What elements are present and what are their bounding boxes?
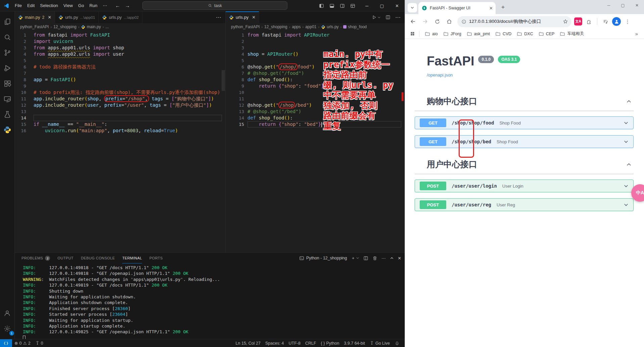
bookmark-star-icon[interactable] [563,19,568,24]
history-forward-icon[interactable]: → [125,3,130,8]
section-header[interactable]: 购物中心接口 [415,96,634,111]
editor-tab-urls.py[interactable]: urls.py✕ [226,11,259,23]
vscode-minimize-button[interactable]: ─ [359,0,374,11]
run-debug-icon[interactable] [0,60,15,76]
openapi-spec-link[interactable]: /openapi.json [427,72,634,78]
menu-item-file[interactable]: File [12,2,25,9]
status-item-crlf[interactable]: CRLF [303,341,319,346]
panel-tab-terminal[interactable]: TERMINAL [122,253,142,263]
extensions-puzzle-icon[interactable] [584,16,594,27]
bookmark-folder-cvd[interactable]: CVD [493,30,514,38]
breadcrumb-item[interactable]: python_FastAPI [20,24,49,29]
command-center-search[interactable]: task [142,1,287,10]
breadcrumb-item[interactable]: shop_food [343,24,367,29]
breadcrumb-item[interactable]: 12_shopping [264,24,287,29]
address-bar[interactable]: 127.0.0.1:8003/docs#/购物中心接口 [457,16,571,27]
endpoint-row[interactable]: GET/shop/shop/foodShop Food [415,116,634,129]
breadcrumb-item[interactable]: app01 [305,24,316,29]
panel-tab-output[interactable]: OUTPUT [57,253,74,263]
editor-tab-urls.py[interactable]: urls.py...\app01 [55,11,99,23]
expand-endpoint-icon[interactable] [624,120,629,126]
status-item-3-9-7-64-bit[interactable]: 3.9.7 64-bit [341,341,367,346]
source-control-icon[interactable] [0,45,15,60]
python-extension-icon[interactable] [0,122,15,138]
breadcrumb-item[interactable]: ... [105,24,109,29]
ports-status[interactable]: 0 [33,339,46,347]
status-item-spaces-4[interactable]: Spaces: 4 [263,341,286,346]
bookmark-folder-cep[interactable]: CEP [536,30,557,38]
tab-close-icon[interactable]: ✕ [489,6,493,11]
bookmarks-overflow-icon[interactable]: » [635,31,641,37]
status-item-go-live[interactable]: Go Live [367,341,392,346]
panel-tab-ports[interactable]: PORTS [149,253,163,263]
tab-close-icon[interactable]: ✕ [252,15,256,20]
endpoint-row[interactable]: GET/shop/shop/bedShop Food [415,135,634,148]
collapse-section-icon[interactable] [626,99,632,104]
bookmark-folder-dxc[interactable]: DXC [514,30,536,38]
editor-urls-py[interactable]: main. py中有prefix参数统一指定路由前缀, 则urls. py中不需… [226,31,405,252]
breadcrumb[interactable]: python_FastAPI›12_shopping›apps›app01›ur… [226,23,405,31]
remote-explorer-icon[interactable] [0,91,15,107]
testing-icon[interactable] [0,107,15,122]
editor-tab-urls.py[interactable]: urls.py...\app02 [99,11,142,23]
new-tab-icon[interactable]: ＋ [498,2,508,11]
menu-item-go[interactable]: Go [76,2,87,9]
toggle-panel-icon[interactable] [329,3,334,8]
editor-tab-main.py[interactable]: main.py2✕ [15,11,55,23]
chrome-minimize-button[interactable]: ─ [602,0,616,11]
expand-endpoint-icon[interactable] [624,202,629,207]
panel-tab-debug-console[interactable]: DEBUG CONSOLE [81,253,115,263]
kill-terminal-icon[interactable] [372,256,377,261]
toggle-sidebar-icon[interactable] [319,3,324,8]
vscode-maximize-button[interactable]: ▢ [374,0,389,11]
breadcrumb-item[interactable]: python_FastAPI [231,24,260,29]
extensions-icon[interactable] [0,76,15,91]
panel-tab-problems[interactable]: PROBLEMS2 [21,253,50,263]
vscode-close-button[interactable]: ✕ [389,0,405,11]
bookmark-folder-jforg[interactable]: JForg [441,30,464,38]
back-icon[interactable] [408,16,418,27]
browser-tab[interactable]: FastAPI - Swagger UI ✕ [418,2,496,14]
chrome-menu-icon[interactable]: ⋮ [622,16,633,27]
menu-item-edit[interactable]: Edit [25,2,37,9]
menu-item-run[interactable]: Run [87,2,100,9]
explorer-icon[interactable] [0,14,15,30]
menu-overflow[interactable]: ⋯ [100,2,110,9]
breadcrumb[interactable]: python_FastAPI›12_shopping›main.py›... [15,23,225,31]
status-item-python[interactable]: { }Python [319,341,342,346]
expand-endpoint-icon[interactable] [624,139,629,144]
tab-search-icon[interactable] [408,3,417,12]
accounts-icon[interactable] [0,305,15,321]
endpoint-row[interactable]: POST/user/user/loginUser Login [415,180,634,192]
close-panel-icon[interactable]: ✕ [398,256,401,261]
maximize-panel-icon[interactable] [390,256,394,260]
status-item-utf-8[interactable]: UTF-8 [286,341,303,346]
problems-status[interactable]: ⊗0 ⚠2 [12,339,33,347]
history-back-icon[interactable]: ← [115,3,120,8]
expand-endpoint-icon[interactable] [624,184,629,189]
collapse-section-icon[interactable] [626,162,632,167]
editor-actions-more-icon[interactable]: ⋯ [395,14,401,20]
menu-item-selection[interactable]: Selection [37,2,60,9]
translate-extension-icon[interactable]: 文A [574,17,582,26]
notifications-bell-icon[interactable] [392,341,402,346]
breadcrumb-item[interactable]: urls.py [321,24,338,29]
toggle-secondary-sidebar-icon[interactable] [340,3,345,8]
settings-gear-icon[interactable]: 1 [0,321,15,336]
bookmark-folder-ask_pmt[interactable]: ask_pmt [464,30,493,38]
site-info-icon[interactable] [461,19,466,24]
status-item-ln-15-col-27[interactable]: Ln 15, Col 27 [233,341,263,346]
chrome-close-button[interactable]: ✕ [630,0,644,11]
section-header[interactable]: 用户中心接口 [415,159,634,174]
media-controls-icon[interactable] [600,16,611,27]
endpoint-row[interactable]: POST/user/user/regUser Reg [415,198,634,211]
new-terminal-icon[interactable]: ＋ [351,255,360,261]
apps-grid-icon[interactable] [408,30,416,38]
menu-item-view[interactable]: View [61,2,76,9]
bookmark-folder-车端相关[interactable]: 车端相关 [557,30,587,38]
tab-close-icon[interactable]: ✕ [48,15,51,20]
profile-avatar[interactable] [612,17,621,26]
breadcrumb-item[interactable]: main.py [81,24,101,29]
customize-layout-icon[interactable] [350,3,355,8]
breadcrumb-item[interactable]: apps [292,24,301,29]
